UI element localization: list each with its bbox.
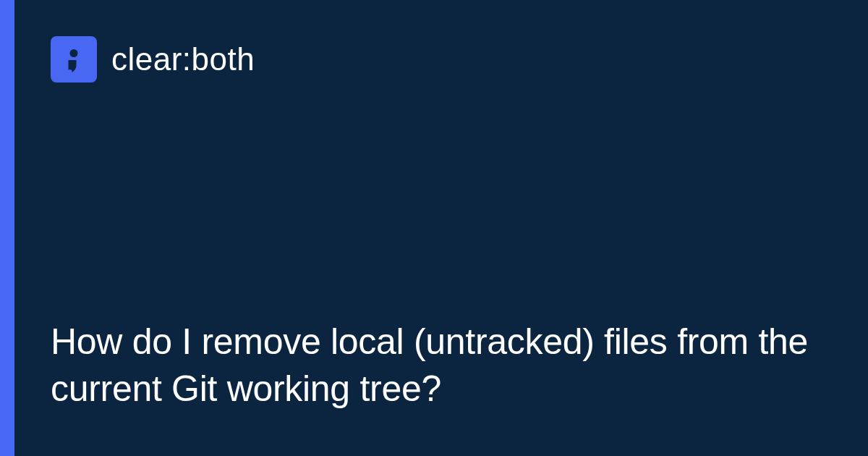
- logo: clear:both: [51, 36, 825, 83]
- content-area: clear:both How do I remove local (untrac…: [14, 0, 868, 456]
- accent-bar: [0, 0, 14, 456]
- semicolon-icon: [51, 36, 97, 83]
- page-title: How do I remove local (untracked) files …: [51, 318, 825, 413]
- brand-name: clear:both: [111, 41, 255, 77]
